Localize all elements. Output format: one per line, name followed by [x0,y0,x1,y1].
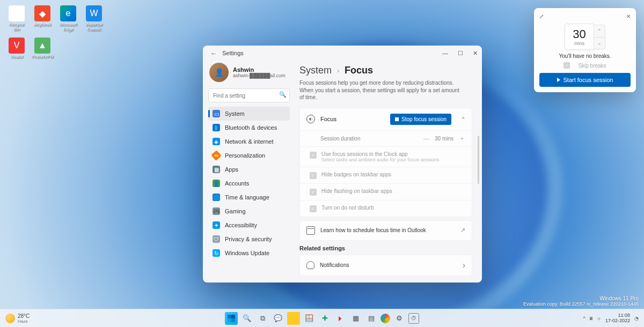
media-icon[interactable]: ⏵ [334,312,347,325]
weather-icon [5,314,15,323]
brightness-tray-icon[interactable]: ☼ [597,316,601,321]
taskbar-weather[interactable]: 28°C Haze [0,313,30,324]
chevron-up-tray-icon[interactable]: ^ [583,316,585,321]
focus-icon: ◐ [306,115,315,123]
search-input[interactable] [208,88,290,102]
explorer-icon[interactable] [287,312,300,325]
close-popup-icon[interactable]: ✕ [626,13,631,19]
chevron-right-icon: › [337,67,339,75]
popup-unit: mins [573,41,586,46]
outlook-card[interactable]: Learn how to schedule focus time in Outl… [299,220,472,241]
start-button[interactable] [225,312,238,325]
notifications-row[interactable]: Notifications › [299,255,472,276]
minimize-button[interactable]: — [442,50,448,57]
account-name: Ashwin [233,66,286,73]
external-link-icon: ↗ [460,227,465,234]
popup-breaks-msg: You'll have no breaks. [539,53,631,59]
avatar: 👤 [209,63,229,82]
nav-network[interactable]: ◈Network & internet [208,135,290,148]
app-icon-5[interactable] [380,314,390,323]
account-block[interactable]: 👤 Ashwin ashwin-██████ail.com [208,61,290,88]
taskbar: 28°C Haze 🔍 ⧉ 💬 🪟 ✚ ⏵ ▦ ▤ ⚙ ⏱ ^ 🖥 ☼ 11:0… [0,309,644,327]
recycle-bin-icon[interactable]: ♻Recycle Bin [4,4,29,33]
checkbox-hide-badges[interactable]: ✓ [310,172,317,179]
taskbar-search-icon[interactable]: 🔍 [240,312,253,325]
calendar-icon [306,226,315,235]
checkbox-hide-flashing[interactable]: ✓ [310,189,317,196]
vivaldi-icon[interactable]: VVivaldi [4,36,29,61]
opt-clock-title: Use focus sessions in the Clock app [321,151,440,157]
focus-card: ◐ Focus Stop focus session ⌃ Session dur… [299,108,472,217]
session-duration-label: Session duration [320,136,423,142]
app-icon-4[interactable]: ▤ [365,312,378,325]
opt-dnd: Turn on do not disturb [321,205,374,211]
opt-hide-flashing: Hide flashing on taskbar apps [321,188,392,194]
start-focus-button[interactable]: Start focus session [539,73,631,87]
nav-accessibility[interactable]: ✦Accessibility [208,218,290,232]
waterfox-icon[interactable]: WWaterfox Classic [82,4,106,33]
breadcrumb-parent[interactable]: System [299,65,332,76]
edge-icon[interactable]: eMicrosoft Edge [56,4,80,33]
app-icon-1[interactable]: 🪟 [303,312,316,325]
search-icon: 🔍 [279,91,287,98]
stop-focus-button[interactable]: Stop focus session [390,114,451,125]
clock-app-icon[interactable]: ⏱ [408,313,419,324]
nav-apps[interactable]: ▦Apps [208,162,290,176]
popup-duration: 30 [573,27,586,41]
protonvpn-icon[interactable]: ▲ProtonVPN [30,36,55,61]
sidebar: 👤 Ashwin ashwin-██████ail.com 🔍 ▭System … [203,61,295,283]
settings-window: ← Settings — ☐ ✕ 👤 Ashwin ashwin-██████a… [203,46,482,283]
page-description: Focus sessions help you get more done by… [299,79,472,101]
taskbar-clock[interactable]: 11:08 17-02-2022 [605,313,630,324]
search-box: 🔍 [208,88,290,102]
app-icon-2[interactable]: ✚ [318,312,331,325]
popup-increase[interactable]: ⌃ [594,25,605,37]
content-pane: System › Focus Focus sessions help you g… [295,61,482,283]
checkbox-dnd[interactable]: ✓ [310,205,317,212]
nav-gaming[interactable]: 🎮Gaming [208,204,290,218]
back-button[interactable]: ← [207,49,220,57]
skip-breaks-checkbox[interactable]: ✓ [564,62,570,69]
account-email: ashwin-██████ail.com [233,73,286,78]
nav-personalization[interactable]: ✎Personalization [208,148,290,162]
windows-watermark: Windows 11 Pro Evaluation copy. Build 22… [523,295,639,307]
focus-title: Focus [320,116,385,122]
duration-value: 30 mins [435,136,453,142]
anydesk-icon[interactable]: ◆AnyDesk [30,4,55,33]
nav-accounts[interactable]: 👤Accounts [208,176,290,190]
duration-decrease[interactable]: — [423,136,429,142]
page-title: Focus [345,65,373,76]
close-button[interactable]: ✕ [473,50,478,57]
chat-icon[interactable]: 💬 [272,312,284,325]
nav-update[interactable]: ↻Windows Update [208,246,290,260]
focus-popup: ⤢ ✕ 30 mins ⌃ ⌄ You'll have no breaks. ✓… [534,8,636,92]
checkbox-clock-app[interactable]: ✓ [310,152,317,159]
expand-popup-icon[interactable]: ⤢ [539,13,544,19]
settings-taskbar-icon[interactable]: ⚙ [393,312,406,325]
app-icon-3[interactable]: ▦ [349,312,362,325]
nav-bluetooth[interactable]: ᛒBluetooth & devices [208,121,290,135]
desktop-icons: ♻Recycle Bin ◆AnyDesk eMicrosoft Edge WW… [4,4,106,60]
popup-decrease[interactable]: ⌄ [594,37,605,49]
nav-system[interactable]: ▭System [208,107,290,121]
content-scrollbar[interactable] [478,136,479,184]
duration-increase[interactable]: + [459,136,465,142]
titlebar: ← Settings — ☐ ✕ [203,46,482,61]
system-tray[interactable]: ^ 🖥 ☼ [583,316,601,321]
notification-center-icon[interactable]: ◔ [634,316,639,321]
chevron-up-icon[interactable]: ⌃ [461,116,465,122]
chevron-right-icon: › [463,261,465,270]
maximize-button[interactable]: ☐ [458,50,463,57]
breadcrumb: System › Focus [299,65,472,76]
opt-hide-badges: Hide badges on taskbar apps [321,172,391,177]
nav-time[interactable]: 🌐Time & language [208,190,290,204]
monitor-tray-icon[interactable]: 🖥 [589,316,594,321]
skip-breaks-label: Skip breaks [578,63,606,69]
opt-clock-sub: Select tasks and ambient audio for your … [321,157,440,162]
related-heading: Related settings [299,245,472,251]
nav-privacy[interactable]: 🛡Privacy & security [208,232,290,246]
window-title: Settings [222,50,244,56]
bell-icon [306,261,314,269]
task-view-icon[interactable]: ⧉ [256,312,269,325]
